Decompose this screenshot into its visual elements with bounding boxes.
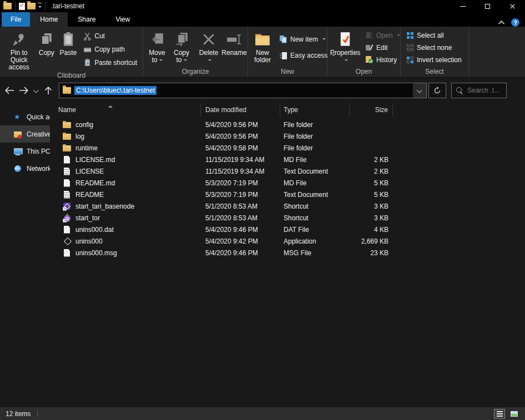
table-row[interactable]: runtime 5/4/2020 9:58 PM File folder <box>50 142 525 154</box>
table-row[interactable]: unins000.msg 5/4/2020 9:46 PM MSG File 2… <box>50 247 525 259</box>
help-icon[interactable]: ? <box>511 18 519 27</box>
divider <box>45 2 46 10</box>
file-type: Shortcut <box>280 200 350 212</box>
file-size <box>350 130 393 142</box>
paste-shortcut-button[interactable]: Paste shortcut <box>82 57 139 68</box>
paste-button[interactable]: Paste <box>57 28 79 71</box>
file-name: config <box>75 121 93 129</box>
rename-button[interactable]: Rename <box>220 28 248 67</box>
details-view-button[interactable] <box>494 409 505 419</box>
sort-ascending-indicator <box>108 103 113 108</box>
new-folder-button[interactable]: New folder <box>250 28 275 67</box>
maximize-button[interactable] <box>475 0 500 12</box>
qat-customize-button[interactable] <box>38 3 42 9</box>
tab-view[interactable]: View <box>105 12 140 27</box>
sidebar-item-label: This PC <box>27 148 50 155</box>
file-list-panel: Name Date modified Type Size config 5/4/… <box>50 103 525 407</box>
column-header-name[interactable]: Name <box>50 103 201 117</box>
file-name: LICENSE.md <box>75 156 115 164</box>
table-row[interactable]: README 5/3/2020 7:19 PM Text Document 5 … <box>50 189 525 200</box>
dropdown-caret <box>208 59 211 63</box>
file-date-modified: 5/3/2020 7:19 PM <box>201 177 280 189</box>
ribbon-tab-strip: File Home Share View ? <box>0 12 525 27</box>
file-size <box>350 142 393 154</box>
edit-button[interactable]: Edit <box>364 42 402 53</box>
file-size: 2,669 KB <box>350 235 393 247</box>
folder-icon <box>63 144 72 153</box>
recent-locations-button[interactable] <box>31 83 41 98</box>
shortcut-arrow-icon: ↗ <box>63 219 67 222</box>
table-row[interactable]: ↗ start_tor 5/1/2020 8:53 AM Shortcut 3 … <box>50 212 525 224</box>
file-name: start_tari_basenode <box>75 203 134 210</box>
copy-to-button[interactable]: Copy to <box>169 28 194 67</box>
close-button[interactable] <box>500 0 525 12</box>
search-input[interactable] <box>467 87 502 94</box>
column-header-date-modified[interactable]: Date modified <box>201 103 280 117</box>
new-folder-qat-icon[interactable] <box>27 3 36 9</box>
onion-icon: ↗ <box>63 214 72 222</box>
tab-home[interactable]: Home <box>30 12 68 27</box>
properties-qat-icon[interactable]: ✓ <box>19 3 25 10</box>
minimize-ribbon-icon[interactable] <box>498 20 504 26</box>
window-controls <box>450 0 525 12</box>
file-type: MSG File <box>280 247 350 259</box>
forward-button[interactable] <box>17 83 31 98</box>
select-all-button[interactable]: Select all <box>405 29 463 41</box>
history-button[interactable]: History <box>364 54 402 65</box>
sidebar-item-this-pc[interactable]: This PC <box>0 143 50 160</box>
table-row[interactable]: log 5/4/2020 9:56 PM File folder <box>50 130 525 142</box>
dropdown-caret <box>397 34 400 38</box>
invert-selection-button[interactable]: Invert selection <box>405 54 463 65</box>
file-date-modified: 5/4/2020 9:46 PM <box>201 247 280 259</box>
edit-icon <box>365 43 373 52</box>
file-type: Shortcut <box>280 212 350 224</box>
move-to-button[interactable]: Move to <box>145 28 169 67</box>
table-row[interactable]: LICENSE 11/15/2019 9:34 AM Text Document… <box>50 165 525 177</box>
sidebar-item-quick-ac[interactable]: Quick ac <box>0 108 50 125</box>
address-dropdown-button[interactable] <box>413 83 426 98</box>
search-box[interactable] <box>451 83 507 98</box>
copy-button[interactable]: Copy <box>36 28 57 71</box>
file-type: File folder <box>280 119 350 130</box>
file-size: 3 KB <box>350 200 393 212</box>
table-row[interactable]: README.md 5/3/2020 7:19 PM MD File 5 KB <box>50 177 525 189</box>
column-header-type[interactable]: Type <box>280 103 350 117</box>
open-button[interactable]: Open <box>364 29 402 41</box>
file-icon <box>63 225 72 234</box>
pin-to-quick-access-button[interactable]: Pin to Quick access <box>2 28 36 71</box>
cut-button[interactable]: Cut <box>82 31 139 42</box>
tab-share[interactable]: Share <box>68 12 105 27</box>
file-type: MD File <box>280 177 350 189</box>
file-name: LICENSE <box>75 168 104 175</box>
properties-button[interactable]: Properties <box>329 28 361 67</box>
forward-arrow-icon <box>19 87 29 94</box>
delete-button[interactable]: Delete <box>197 28 220 67</box>
folder-icon <box>63 87 71 94</box>
table-row[interactable]: config 5/4/2020 9:56 PM File folder <box>50 119 525 130</box>
minimize-button[interactable] <box>450 0 475 12</box>
monitor-icon <box>13 147 22 156</box>
table-row[interactable]: unins000.dat 5/4/2020 9:46 PM DAT File 4… <box>50 224 525 235</box>
back-button[interactable] <box>2 83 17 98</box>
sidebar-item-creative[interactable]: Creative <box>0 125 50 143</box>
sidebar-item-network[interactable]: Network <box>0 160 50 177</box>
copy-path-button[interactable]: Copy path <box>82 44 139 55</box>
table-row[interactable]: unins000 5/4/2020 9:42 PM Application 2,… <box>50 235 525 247</box>
tab-file[interactable]: File <box>2 12 30 27</box>
file-size: 3 KB <box>350 212 393 224</box>
minimize-icon <box>460 6 466 7</box>
file-name: runtime <box>75 144 98 152</box>
up-button[interactable] <box>41 83 55 98</box>
table-row[interactable]: ↗ start_tari_basenode 5/1/2020 8:53 AM S… <box>50 200 525 212</box>
address-bar[interactable]: C:\Users\bluec\.tari-testnet <box>59 83 427 98</box>
table-row[interactable]: LICENSE.md 11/15/2019 9:34 AM MD File 2 … <box>50 154 525 165</box>
select-none-button[interactable]: Select none <box>405 42 463 53</box>
large-icons-view-button[interactable] <box>508 409 519 419</box>
navigation-pane: Quick ac Creative This PC Network <box>0 103 50 407</box>
thumbnail-view-icon <box>511 411 518 417</box>
group-label-open: Open <box>327 67 400 77</box>
address-path-text[interactable]: C:\Users\bluec\.tari-testnet <box>74 86 157 95</box>
column-header-size[interactable]: Size <box>350 103 393 117</box>
file-type: File folder <box>280 142 350 154</box>
refresh-button[interactable] <box>428 83 446 98</box>
